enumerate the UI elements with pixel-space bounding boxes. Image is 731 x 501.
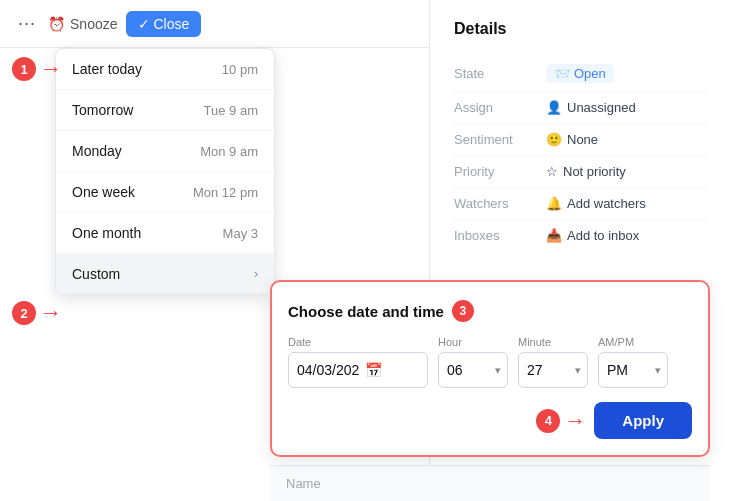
ampm-field-group: AM/PM PM AM bbox=[598, 336, 668, 388]
minute-field-group: Minute 27 28 30 bbox=[518, 336, 588, 388]
later-today-label: Later today bbox=[72, 61, 142, 77]
assign-key: Assign bbox=[454, 100, 534, 115]
hour-label: Hour bbox=[438, 336, 508, 348]
close-label: Close bbox=[154, 16, 190, 32]
badge-arrow-1: 1 → bbox=[12, 56, 62, 82]
ampm-select-wrapper: PM AM bbox=[598, 352, 668, 388]
inboxes-value[interactable]: 📥 Add to inbox bbox=[546, 228, 639, 243]
detail-row-watchers: Watchers 🔔 Add watchers bbox=[454, 188, 707, 220]
minute-label: Minute bbox=[518, 336, 588, 348]
hour-field-group: Hour 06 07 08 bbox=[438, 336, 508, 388]
one-week-time: Mon 12 pm bbox=[193, 185, 258, 200]
sentiment-value[interactable]: 🙂 None bbox=[546, 132, 598, 147]
main-area: ··· ⏰ Snooze ✓ Close 1 → Later today 10 … bbox=[0, 0, 731, 501]
close-button[interactable]: ✓ Close bbox=[126, 11, 202, 37]
details-title: Details bbox=[454, 20, 707, 38]
assign-value[interactable]: 👤 Unassigned bbox=[546, 100, 636, 115]
badge-arrow-2: 2 → bbox=[12, 300, 62, 326]
open-icon: 📨 bbox=[554, 66, 570, 81]
dropdown-item-monday[interactable]: Monday Mon 9 am bbox=[56, 131, 274, 172]
dropdown-item-tomorrow[interactable]: Tomorrow Tue 9 am bbox=[56, 90, 274, 131]
watchers-value[interactable]: 🔔 Add watchers bbox=[546, 196, 646, 211]
top-bar: ··· ⏰ Snooze ✓ Close bbox=[0, 0, 429, 48]
detail-row-sentiment: Sentiment 🙂 None bbox=[454, 124, 707, 156]
dropdown-item-later-today[interactable]: Later today 10 pm bbox=[56, 49, 274, 90]
one-week-label: One week bbox=[72, 184, 135, 200]
arrow-icon-2: → bbox=[40, 300, 62, 326]
snooze-dropdown: Later today 10 pm Tomorrow Tue 9 am Mond… bbox=[55, 48, 275, 295]
step-badge-4: 4 bbox=[536, 409, 560, 433]
arrow-icon-1: → bbox=[40, 56, 62, 82]
tomorrow-time: Tue 9 am bbox=[204, 103, 258, 118]
priority-icon: ☆ bbox=[546, 164, 558, 179]
later-today-time: 10 pm bbox=[222, 62, 258, 77]
arrow-icon-4: → bbox=[564, 408, 586, 434]
bottom-name-bar: Name bbox=[270, 465, 710, 501]
sentiment-icon: 🙂 bbox=[546, 132, 562, 147]
badge-arrow-4-inline: 4 → bbox=[536, 402, 586, 439]
watchers-key: Watchers bbox=[454, 196, 534, 211]
apply-btn-area: 4 → Apply bbox=[288, 402, 692, 439]
snooze-button[interactable]: ⏰ Snooze bbox=[48, 16, 117, 32]
inboxes-key: Inboxes bbox=[454, 228, 534, 243]
detail-row-priority: Priority ☆ Not priority bbox=[454, 156, 707, 188]
dropdown-item-custom[interactable]: Custom › bbox=[56, 254, 274, 294]
custom-label: Custom bbox=[72, 266, 120, 282]
one-month-time: May 3 bbox=[223, 226, 258, 241]
date-field-group: Date 04/03/202 📅 bbox=[288, 336, 428, 388]
hour-select-wrapper: 06 07 08 bbox=[438, 352, 508, 388]
tomorrow-label: Tomorrow bbox=[72, 102, 133, 118]
snooze-icon: ⏰ bbox=[48, 16, 65, 32]
priority-key: Priority bbox=[454, 164, 534, 179]
step-badge-3: 3 bbox=[452, 300, 474, 322]
custom-chevron-icon: › bbox=[254, 267, 258, 281]
priority-value[interactable]: ☆ Not priority bbox=[546, 164, 626, 179]
dropdown-item-one-month[interactable]: One month May 3 bbox=[56, 213, 274, 254]
status-open-badge[interactable]: 📨 Open bbox=[546, 64, 614, 83]
ampm-label: AM/PM bbox=[598, 336, 668, 348]
hour-select[interactable]: 06 07 08 bbox=[438, 352, 508, 388]
snooze-label: Snooze bbox=[70, 16, 117, 32]
ampm-select[interactable]: PM AM bbox=[598, 352, 668, 388]
minute-select[interactable]: 27 28 30 bbox=[518, 352, 588, 388]
picker-title-bar: Choose date and time 3 bbox=[288, 300, 692, 322]
detail-row-assign: Assign 👤 Unassigned bbox=[454, 92, 707, 124]
monday-label: Monday bbox=[72, 143, 122, 159]
name-label: Name bbox=[286, 476, 321, 491]
detail-row-inboxes: Inboxes 📥 Add to inbox bbox=[454, 220, 707, 251]
inboxes-icon: 📥 bbox=[546, 228, 562, 243]
date-value: 04/03/202 bbox=[297, 362, 359, 378]
step-badge-2: 2 bbox=[12, 301, 36, 325]
watchers-icon: 🔔 bbox=[546, 196, 562, 211]
assign-icon: 👤 bbox=[546, 100, 562, 115]
left-panel: ··· ⏰ Snooze ✓ Close 1 → Later today 10 … bbox=[0, 0, 430, 501]
datetime-picker: Choose date and time 3 Date 04/03/202 📅 … bbox=[270, 280, 710, 457]
state-key: State bbox=[454, 66, 534, 81]
picker-fields: Date 04/03/202 📅 Hour 06 07 08 bbox=[288, 336, 692, 388]
apply-button[interactable]: Apply bbox=[594, 402, 692, 439]
minute-select-wrapper: 27 28 30 bbox=[518, 352, 588, 388]
close-check-icon: ✓ bbox=[138, 16, 150, 32]
one-month-label: One month bbox=[72, 225, 141, 241]
detail-row-state: State 📨 Open bbox=[454, 56, 707, 92]
picker-title-text: Choose date and time bbox=[288, 303, 444, 320]
date-label: Date bbox=[288, 336, 428, 348]
monday-time: Mon 9 am bbox=[200, 144, 258, 159]
sentiment-key: Sentiment bbox=[454, 132, 534, 147]
more-options-button[interactable]: ··· bbox=[14, 11, 40, 36]
dropdown-item-one-week[interactable]: One week Mon 12 pm bbox=[56, 172, 274, 213]
state-value: 📨 Open bbox=[546, 64, 614, 83]
step-badge-1: 1 bbox=[12, 57, 36, 81]
date-input[interactable]: 04/03/202 📅 bbox=[288, 352, 428, 388]
calendar-icon: 📅 bbox=[365, 362, 382, 378]
